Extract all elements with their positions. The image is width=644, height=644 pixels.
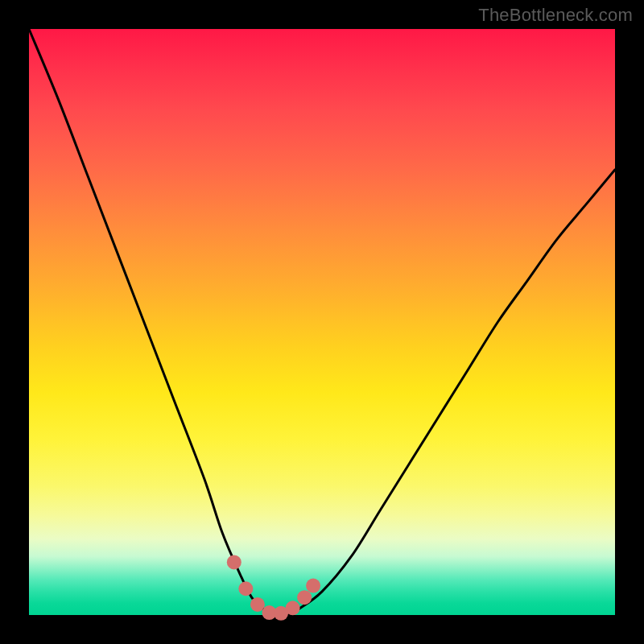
marker-dot [286, 601, 300, 615]
marker-dot [297, 590, 312, 605]
watermark-text: TheBottleneck.com [478, 5, 633, 26]
curve-svg [29, 29, 615, 615]
marker-dot [306, 579, 320, 593]
flat-region-markers [227, 555, 320, 620]
plot-gradient-area [29, 29, 615, 615]
marker-dot [227, 555, 242, 569]
outer-black-frame: TheBottleneck.com [0, 0, 644, 644]
marker-dot [250, 597, 265, 612]
marker-dot [238, 581, 253, 596]
bottleneck-curve [29, 29, 615, 616]
